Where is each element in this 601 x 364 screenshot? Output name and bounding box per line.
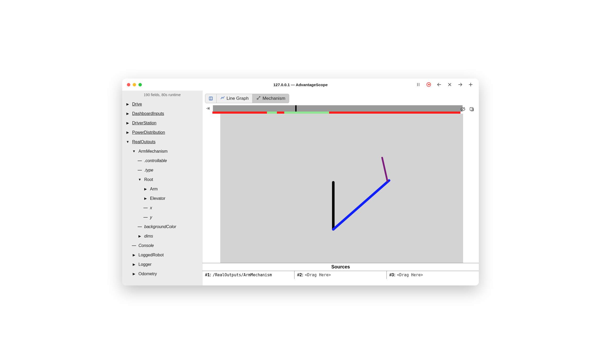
tree-item[interactable]: ▶dims xyxy=(122,231,202,241)
tree-item-label: backgroundColor xyxy=(144,224,176,229)
status-segment xyxy=(212,112,267,114)
pause-icon[interactable] xyxy=(415,82,421,87)
visibility-icon[interactable] xyxy=(460,106,466,112)
source-slot-placeholder: <Drag Here> xyxy=(397,273,423,277)
main-panel: Line Graph Mechanism xyxy=(202,91,479,285)
minimize-window-button[interactable] xyxy=(133,83,136,86)
traffic-lights xyxy=(122,83,142,86)
sidebar: 190 fields, 80s runtime ▶Drive▶Dashboard… xyxy=(122,91,202,285)
tree-item[interactable]: ▶Arm xyxy=(122,184,202,194)
tree-item-label: DriverStation xyxy=(132,120,156,125)
tree-item[interactable]: ▼RealOutputs xyxy=(122,137,202,147)
leaf-icon[interactable]: — xyxy=(132,243,136,248)
timeline-playhead[interactable] xyxy=(295,105,297,112)
mechanism-icon xyxy=(256,96,261,102)
chevron-down-icon[interactable]: ▼ xyxy=(137,178,142,182)
record-icon[interactable] xyxy=(426,82,432,87)
source-slot-number: #1: xyxy=(205,273,211,277)
titlebar: 127.0.0.1 — AdvantageScope xyxy=(122,79,479,91)
tree-item[interactable]: ▶Odometry xyxy=(122,269,202,279)
window-title-appname: AdvantageScope xyxy=(296,82,328,87)
sources-title: Sources xyxy=(202,263,479,271)
tree-item-label: y xyxy=(150,215,152,220)
source-slot-number: #3: xyxy=(389,273,395,277)
tree-item[interactable]: ▼Root xyxy=(122,175,202,184)
tree-item-label: DashboardInputs xyxy=(132,111,164,116)
leaf-icon[interactable]: — xyxy=(137,224,142,229)
tree-item-label: Elevator xyxy=(150,196,165,201)
fullscreen-window-button[interactable] xyxy=(138,83,142,86)
tab-line-graph[interactable]: Line Graph xyxy=(217,94,253,103)
chevron-right-icon[interactable]: ▶ xyxy=(132,253,136,257)
tree-item-label: Arm xyxy=(150,186,158,191)
chevron-right-icon[interactable]: ▶ xyxy=(137,234,142,238)
tab-docs[interactable] xyxy=(205,94,217,103)
tree-item[interactable]: ▶DashboardInputs xyxy=(122,109,202,118)
forward-icon[interactable] xyxy=(457,82,463,87)
tab-group: Line Graph Mechanism xyxy=(205,94,289,103)
status-segment xyxy=(267,112,277,114)
tree-item-label: Odometry xyxy=(138,271,157,276)
chart-icon xyxy=(220,96,225,102)
tree-item[interactable]: ▶Elevator xyxy=(122,194,202,203)
chevron-right-icon[interactable]: ▶ xyxy=(143,187,148,191)
tree-item[interactable]: ▶PowerDistribution xyxy=(122,128,202,137)
tree-item[interactable]: —.type xyxy=(122,166,202,175)
svg-marker-4 xyxy=(429,84,430,86)
status-segment xyxy=(277,112,284,114)
tree-item[interactable]: —x xyxy=(122,203,202,213)
tree-item[interactable]: —Console xyxy=(122,241,202,250)
close-tab-icon[interactable] xyxy=(447,82,453,87)
leaf-icon[interactable]: — xyxy=(143,215,148,220)
chevron-right-icon[interactable]: ▶ xyxy=(132,272,136,276)
chevron-right-icon[interactable]: ▶ xyxy=(125,112,130,116)
source-slot[interactable]: #1:/RealOutputs/ArmMechanism xyxy=(202,271,294,279)
tree-item[interactable]: ▶Drive xyxy=(122,100,202,109)
status-segment xyxy=(284,112,329,114)
timeline-area xyxy=(202,105,479,114)
source-slot[interactable]: #3:<Drag Here> xyxy=(387,271,479,279)
field-tree[interactable]: ▶Drive▶DashboardInputs▶DriverStation▶Pow… xyxy=(122,100,202,285)
source-slot-placeholder: <Drag Here> xyxy=(305,273,331,277)
popout-icon[interactable] xyxy=(469,106,475,112)
tree-item-label: .controllable xyxy=(144,158,167,163)
chevron-right-icon[interactable]: ▶ xyxy=(132,262,136,267)
leaf-icon[interactable]: — xyxy=(137,168,142,173)
content-split: 190 fields, 80s runtime ▶Drive▶Dashboard… xyxy=(122,91,479,285)
add-tab-icon[interactable] xyxy=(468,82,474,87)
chevron-right-icon[interactable]: ▶ xyxy=(125,121,130,125)
svg-line-15 xyxy=(258,97,260,98)
tree-item-label: Console xyxy=(138,243,154,248)
tree-item[interactable]: —backgroundColor xyxy=(122,222,202,231)
chevron-down-icon[interactable]: ▼ xyxy=(125,140,130,144)
chevron-right-icon[interactable]: ▶ xyxy=(143,196,148,201)
mechanism-canvas[interactable] xyxy=(220,114,463,263)
mechanism-segment xyxy=(333,180,389,229)
tree-item[interactable]: ▶Logger xyxy=(122,260,202,269)
source-slot[interactable]: #2:<Drag Here> xyxy=(294,271,387,279)
toolbar-actions xyxy=(415,82,479,87)
back-icon[interactable] xyxy=(436,82,442,87)
jump-to-end-icon[interactable] xyxy=(205,106,211,111)
leaf-icon[interactable]: — xyxy=(137,158,142,163)
timeline-track[interactable] xyxy=(213,105,463,112)
status-segment xyxy=(329,112,460,114)
leaf-icon[interactable]: — xyxy=(143,205,148,210)
sources-row: #1:/RealOutputs/ArmMechanism#2:<Drag Her… xyxy=(202,271,479,279)
tree-item[interactable]: ▶DriverStation xyxy=(122,118,202,128)
chevron-right-icon[interactable]: ▶ xyxy=(125,130,130,135)
chevron-down-icon[interactable]: ▼ xyxy=(132,149,136,153)
tree-item-label: ArmMechanism xyxy=(138,149,168,154)
tree-item[interactable]: —y xyxy=(122,213,202,222)
tree-item-label: x xyxy=(150,205,152,210)
chevron-right-icon[interactable]: ▶ xyxy=(125,102,130,106)
tree-item[interactable]: —.controllable xyxy=(122,156,202,166)
tree-item[interactable]: ▶LoggedRobot xyxy=(122,250,202,260)
close-window-button[interactable] xyxy=(127,83,130,86)
tree-item[interactable]: ▼ArmMechanism xyxy=(122,147,202,156)
source-slot-number: #2: xyxy=(297,273,303,277)
tab-mechanism[interactable]: Mechanism xyxy=(253,94,289,103)
source-slot-path: /RealOutputs/ArmMechanism xyxy=(213,273,272,277)
timeline-status-strip xyxy=(212,112,460,114)
tab-label: Mechanism xyxy=(262,96,285,101)
